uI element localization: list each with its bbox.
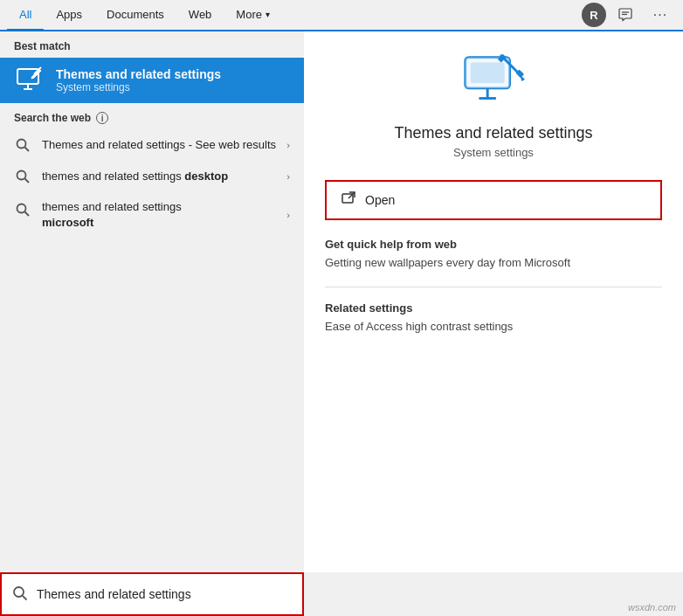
open-label: Open: [365, 193, 395, 207]
related-settings-heading: Related settings: [325, 301, 662, 315]
search-item-2-text: themes and related settings desktop: [42, 169, 276, 184]
svg-line-22: [348, 192, 355, 198]
tab-web[interactable]: Web: [176, 0, 224, 31]
result-themes-icon: [459, 52, 528, 114]
tab-web-label: Web: [189, 8, 212, 21]
nav-right-actions: R ···: [582, 0, 676, 30]
svg-point-23: [14, 587, 24, 597]
result-subtitle: System settings: [453, 146, 534, 159]
search-loop-icon-1: [14, 136, 31, 154]
search-item-3[interactable]: themes and related settingsmicrosoft ›: [0, 192, 304, 238]
best-match-title: Themes and related settings: [56, 67, 221, 81]
avatar-letter: R: [590, 9, 597, 22]
search-loop-icon-2: [14, 168, 31, 185]
search-item-3-text: themes and related settingsmicrosoft: [42, 199, 276, 231]
svg-point-6: [17, 140, 26, 149]
top-nav: All Apps Documents Web More ▾ R ···: [0, 0, 683, 31]
search-item-2[interactable]: themes and related settings desktop ›: [0, 161, 304, 192]
chevron-down-icon: ▾: [266, 10, 270, 19]
quick-help-text: Getting new wallpapers every day from Mi…: [325, 256, 662, 269]
divider: [325, 287, 662, 287]
watermark: wsxdn.com: [628, 602, 676, 613]
svg-line-9: [25, 179, 30, 183]
best-match-text: Themes and related settings System setti…: [56, 67, 221, 93]
svg-point-10: [17, 204, 26, 213]
bottom-search-bar[interactable]: Themes and related settings: [0, 572, 304, 616]
svg-line-7: [25, 148, 30, 152]
result-header: Themes and related settings System setti…: [325, 52, 662, 159]
search-loop-icon-3: [14, 201, 31, 218]
related-settings-text: Ease of Access high contrast settings: [325, 320, 662, 333]
tab-documents[interactable]: Documents: [94, 0, 176, 31]
search-item-1-text: Themes and related settings - See web re…: [42, 137, 276, 153]
quick-help-heading: Get quick help from web: [325, 238, 662, 251]
more-options-button[interactable]: ···: [645, 1, 676, 29]
tab-all[interactable]: All: [7, 0, 44, 31]
best-match-subtitle: System settings: [56, 81, 221, 93]
tab-more-label: More: [236, 8, 262, 21]
best-match-label: Best match: [0, 31, 304, 58]
tab-documents-label: Documents: [107, 8, 164, 21]
result-icon-container: [459, 52, 528, 114]
result-title: Themes and related settings: [394, 124, 592, 142]
info-icon[interactable]: i: [96, 112, 108, 124]
chevron-right-icon-1: ›: [286, 140, 290, 150]
avatar[interactable]: R: [582, 3, 606, 27]
open-icon: [341, 190, 356, 210]
tab-all-label: All: [19, 8, 31, 21]
svg-line-11: [25, 212, 30, 217]
tab-more[interactable]: More ▾: [224, 0, 282, 31]
feedback-icon: [618, 8, 632, 22]
chevron-right-icon-2: ›: [286, 171, 290, 182]
web-search-label-text: Search the web: [14, 112, 91, 124]
right-panel: Themes and related settings System setti…: [304, 31, 683, 572]
svg-rect-14: [471, 63, 505, 83]
web-search-section-label: Search the web i: [0, 103, 304, 129]
tab-apps-label: Apps: [56, 8, 82, 21]
main-layout: Best match Themes and related settings S…: [0, 31, 683, 572]
best-match-icon: [14, 65, 45, 96]
search-item-1[interactable]: Themes and related settings - See web re…: [0, 129, 304, 161]
feedback-button[interactable]: [610, 1, 641, 29]
search-icon-bottom: [12, 585, 28, 604]
ellipsis-icon: ···: [653, 7, 667, 23]
chevron-right-icon-3: ›: [286, 210, 290, 220]
svg-point-8: [17, 171, 26, 180]
tab-apps[interactable]: Apps: [44, 0, 94, 31]
best-match-item[interactable]: Themes and related settings System setti…: [0, 58, 304, 103]
svg-line-24: [23, 595, 27, 599]
open-button[interactable]: Open: [325, 180, 662, 220]
left-panel: Best match Themes and related settings S…: [0, 31, 304, 572]
themes-icon: [15, 66, 45, 95]
search-input-value: Themes and related settings: [37, 587, 191, 601]
